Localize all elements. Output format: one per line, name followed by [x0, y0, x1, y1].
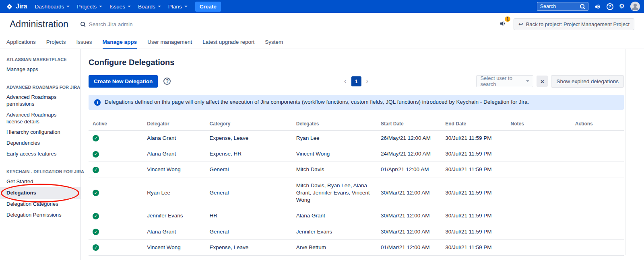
search-icon	[80, 22, 86, 27]
announcement-icon[interactable]	[594, 3, 601, 10]
sidebar-item-delegation-permissions[interactable]: Delegation Permissions	[0, 210, 80, 221]
sidebar-item-roadmaps-license[interactable]: Advanced Roadmaps license details	[0, 110, 80, 127]
cell-start-date: 01/Mar/21 12:00 AM	[377, 240, 441, 255]
active-check-icon: ✓	[93, 229, 99, 235]
cell-delegates: Emre, Ahmet	[292, 255, 377, 260]
chevron-down-icon	[526, 80, 529, 82]
sidebar-item-get-started[interactable]: Get Started	[0, 176, 80, 187]
cell-start-date: 26/May/21 12:00 AM	[377, 130, 441, 146]
cell-actions	[571, 146, 624, 162]
cell-notes	[507, 130, 571, 146]
sidebar-section-keychain-delegation: KEYCHAIN - DELEGATION FOR JIRA	[0, 166, 80, 176]
admin-header: Administration Search Jira admin 1 ↩ Bac…	[0, 13, 644, 35]
content-right-divider	[625, 49, 625, 255]
pagination-next-icon[interactable]: ›	[365, 77, 369, 85]
info-banner-text: Delegations defined on this page will on…	[105, 99, 529, 105]
cell-category: General	[205, 255, 292, 260]
sidebar-item-early-access-features[interactable]: Early access features	[0, 149, 80, 160]
col-notes: Notes	[507, 118, 571, 130]
sidebar-item-hierarchy-configuration[interactable]: Hierarchy configuration	[0, 127, 80, 138]
nav-item-boards[interactable]: Boards	[134, 0, 165, 13]
cell-delegates: Ryan Lee	[292, 130, 377, 146]
cell-category: Expense, Leave	[205, 130, 292, 146]
main-content: Configure Delegations Create New Delegat…	[81, 49, 644, 260]
create-button[interactable]: Create	[195, 2, 221, 12]
cell-category: General	[205, 224, 292, 240]
notifications-icon[interactable]: 1	[499, 19, 507, 29]
col-delegator: Delegator	[143, 118, 205, 130]
sidebar-item-delegations[interactable]: Delegations	[0, 187, 80, 199]
help-circle-icon[interactable]: ?	[163, 78, 171, 85]
global-search-input[interactable]: Search	[537, 2, 588, 11]
table-row: ✓ Administrator General Emre, Ahmet 30/J…	[89, 255, 624, 260]
tab-applications[interactable]: Applications	[6, 35, 36, 49]
tab-projects[interactable]: Projects	[46, 35, 66, 49]
cell-actions	[571, 224, 624, 240]
cell-category: Expense, Leave	[205, 240, 292, 255]
jira-logo[interactable]: Jira	[4, 3, 31, 10]
pagination-prev-icon[interactable]: ‹	[343, 77, 347, 85]
cell-notes	[507, 240, 571, 255]
sidebar-item-manage-apps[interactable]: Manage apps	[0, 64, 80, 75]
table-row: ✓ Jennifer Evans HR Alana Grant 30/Mar/2…	[89, 208, 624, 224]
col-category: Category	[205, 118, 292, 130]
cell-notes	[507, 208, 571, 224]
table-row: ✓ Alana Grant General Jennifer Evans 30/…	[89, 224, 624, 240]
cell-notes	[507, 162, 571, 178]
cell-actions	[571, 130, 624, 146]
user-search-select-value: Select user to search	[480, 75, 526, 87]
nav-item-projects[interactable]: Projects	[73, 0, 106, 13]
nav-item-plans[interactable]: Plans	[165, 0, 191, 13]
info-banner: i Delegations defined on this page will …	[89, 95, 624, 110]
user-avatar[interactable]	[630, 2, 640, 11]
cell-end-date: 30/Jul/21 11:59 PM	[441, 130, 506, 146]
active-check-icon: ✓	[93, 151, 99, 158]
user-search-select[interactable]: Select user to search	[476, 75, 533, 87]
chevron-down-icon	[128, 6, 131, 7]
pagination: ‹ 1 ›	[343, 76, 369, 86]
toolbar: Create New Delegation ? ‹ 1 › Select use…	[89, 74, 624, 88]
col-delegates: Delegates	[292, 118, 377, 130]
active-check-icon: ✓	[93, 135, 99, 141]
show-expired-delegations-button[interactable]: Show expired delegations	[551, 75, 624, 88]
help-icon[interactable]: ?	[607, 3, 613, 10]
cell-end-date: 30/Jul/21 11:59 PM	[441, 162, 506, 178]
return-arrow-icon: ↩	[518, 21, 523, 27]
back-to-project-button[interactable]: ↩ Back to project: Project Management Pr…	[514, 18, 634, 30]
clear-filter-button[interactable]: ×	[537, 76, 548, 87]
active-check-icon: ✓	[93, 190, 99, 196]
cell-delegates: Vincent Wong	[292, 146, 377, 162]
nav-item-dashboards[interactable]: Dashboards	[31, 0, 73, 13]
cell-end-date: 30/Jul/21 11:59 PM	[441, 240, 506, 255]
page-section-title: Administration	[10, 19, 68, 30]
tab-system[interactable]: System	[265, 35, 283, 49]
sidebar-item-delegation-categories[interactable]: Delegation Categories	[0, 199, 80, 210]
nav-item-issues[interactable]: Issues	[106, 0, 134, 13]
tab-latest-upgrade-report[interactable]: Latest upgrade report	[202, 35, 254, 49]
pagination-current-page[interactable]: 1	[351, 76, 361, 86]
cell-delegator: Vincent Wong	[143, 162, 205, 178]
cell-start-date: 30/Jan/21 12:00 AM	[377, 255, 441, 260]
cell-delegates: Arve Bettum	[292, 240, 377, 255]
cell-end-date: 30/Jul/21 11:59 PM	[441, 224, 506, 240]
cell-category: Expense, HR	[205, 146, 292, 162]
table-row: ✓ Vincent Wong Expense, Leave Arve Bettu…	[89, 240, 624, 255]
table-row: ✓ Alana Grant Expense, HR Vincent Wong 2…	[89, 146, 624, 162]
cell-start-date: 30/Mar/21 12:00 AM	[377, 224, 441, 240]
tab-issues[interactable]: Issues	[76, 35, 92, 49]
cell-start-date: 30/Mar/21 12:00 AM	[377, 208, 441, 224]
cell-delegator: Ryan Lee	[143, 178, 205, 208]
page-title: Configure Delegations	[89, 58, 624, 67]
brand-name: Jira	[16, 3, 27, 10]
gear-icon[interactable]: ⚙	[619, 3, 625, 10]
tab-user-management[interactable]: User management	[147, 35, 192, 49]
close-icon: ×	[541, 78, 544, 85]
sidebar-item-roadmaps-permissions[interactable]: Advanced Roadmaps permissions	[0, 92, 80, 110]
chevron-down-icon	[99, 6, 102, 7]
cell-category: General	[205, 178, 292, 208]
create-new-delegation-button[interactable]: Create New Delegation	[89, 75, 158, 88]
cell-actions	[571, 240, 624, 255]
sidebar-item-dependencies[interactable]: Dependencies	[0, 138, 80, 149]
admin-search-input[interactable]: Search Jira admin	[80, 21, 133, 27]
tab-manage-apps[interactable]: Manage apps	[103, 35, 137, 49]
